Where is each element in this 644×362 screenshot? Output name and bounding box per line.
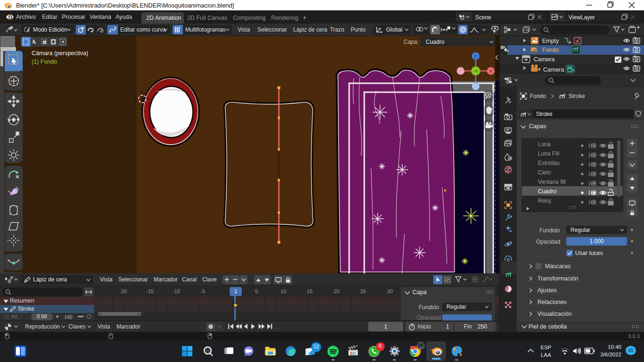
svg-text:Z: Z xyxy=(474,54,477,59)
svg-text:Camera: Camera xyxy=(534,56,555,63)
svg-text:X: X xyxy=(489,68,493,74)
svg-text:Camera: Camera xyxy=(543,66,564,73)
svg-text:Empty: Empty xyxy=(542,38,559,44)
svg-text:Fondo: Fondo xyxy=(542,47,559,53)
svg-text:-Y: -Y xyxy=(474,69,478,74)
svg-text:321: 321 xyxy=(350,351,356,356)
